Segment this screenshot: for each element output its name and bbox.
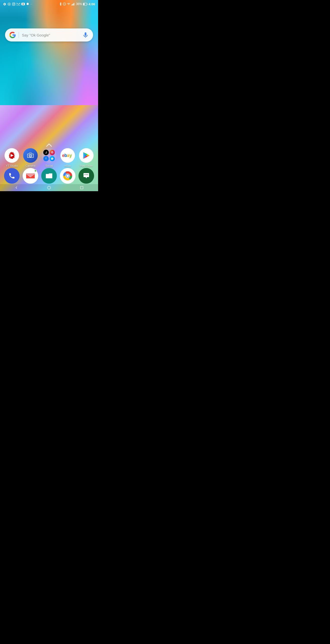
dock-phone[interactable] <box>4 168 20 184</box>
svg-rect-16 <box>83 3 85 5</box>
social-mini-facebook: f <box>43 156 49 162</box>
svg-text:y: y <box>69 153 72 158</box>
svg-rect-15 <box>87 4 88 5</box>
social-mini-tiktok <box>43 150 49 155</box>
search-bar-container[interactable]: Say "Ok Google" <box>5 28 93 42</box>
camera-icon <box>23 148 38 163</box>
apps-row: YT Studio Camera <box>0 148 98 167</box>
settings-icon <box>3 3 6 6</box>
youtube-status-icon <box>21 3 25 5</box>
chrome-icon <box>63 171 72 180</box>
nav-bar <box>0 184 98 191</box>
ebay-icon: e b a y <box>60 148 75 163</box>
gmail-icon <box>26 173 35 179</box>
svg-point-39 <box>66 175 69 177</box>
app-play-store[interactable]: Play Store <box>78 148 95 167</box>
status-bar: ·· 36% 4:06 <box>0 0 98 7</box>
ebay-svg: e b a y <box>62 152 73 159</box>
status-left-icons: ·· <box>3 3 32 6</box>
app-camera[interactable]: Camera <box>22 148 39 167</box>
camera-label: Camera <box>25 164 35 167</box>
wifi-icon <box>67 3 70 5</box>
play-store-svg <box>82 151 91 160</box>
signal-icon <box>71 3 75 6</box>
svg-text:a: a <box>67 153 69 158</box>
dock-chrome[interactable] <box>60 168 75 184</box>
svg-point-19 <box>30 155 31 156</box>
svg-point-43 <box>48 186 51 189</box>
mic-icon[interactable] <box>82 31 89 38</box>
time-display: 4:06 <box>89 2 95 6</box>
social-label: Social <box>45 164 53 167</box>
app-social[interactable]: f Social <box>40 148 58 167</box>
svg-text:e: e <box>62 153 65 158</box>
nav-home[interactable] <box>47 186 51 190</box>
nav-recents[interactable] <box>80 186 84 190</box>
phone-icon <box>8 172 15 179</box>
status-right-icons: 36% 4:06 <box>59 2 95 6</box>
social-mini-messenger <box>50 156 55 162</box>
svg-point-9 <box>68 5 69 5</box>
gmail-status-icon <box>17 3 20 6</box>
svg-rect-12 <box>73 4 73 6</box>
social-mini-instagram <box>50 150 55 155</box>
svg-rect-44 <box>80 186 83 189</box>
svg-rect-10 <box>71 5 72 6</box>
dock-gmail[interactable] <box>23 168 38 184</box>
snapchat-status-icon <box>26 3 29 6</box>
nav-back[interactable] <box>14 186 18 190</box>
svg-rect-42 <box>87 174 88 175</box>
svg-point-23 <box>53 152 53 152</box>
svg-rect-2 <box>12 3 15 6</box>
svg-rect-40 <box>85 174 85 175</box>
yt-studio-svg <box>6 150 18 161</box>
svg-point-1 <box>9 4 10 5</box>
ebay-label: eBay <box>64 164 71 167</box>
svg-point-4 <box>14 3 15 4</box>
svg-rect-41 <box>86 174 87 175</box>
chrome-status-icon <box>8 3 11 6</box>
svg-point-3 <box>13 3 14 5</box>
play-store-label: Play Store <box>80 164 93 167</box>
social-folder-icon: f <box>42 148 56 163</box>
svg-text:b: b <box>64 153 67 158</box>
google-logo <box>9 31 16 38</box>
dnd-icon <box>63 3 66 6</box>
chat-icon <box>82 172 90 180</box>
drawer-arrow[interactable] <box>46 143 52 147</box>
search-bar[interactable]: Say "Ok Google" <box>5 28 93 42</box>
yt-studio-label: YT Studio <box>6 164 18 167</box>
play-store-icon <box>79 148 94 163</box>
app-yt-studio[interactable]: YT Studio <box>3 148 20 167</box>
svg-rect-11 <box>72 4 73 6</box>
files-icon <box>45 172 53 179</box>
battery-icon <box>83 3 88 6</box>
svg-rect-13 <box>74 3 74 6</box>
dock <box>0 168 98 184</box>
dock-chat[interactable] <box>78 168 94 184</box>
app-ebay[interactable]: e b a y eBay <box>59 148 76 167</box>
search-placeholder[interactable]: Say "Ok Google" <box>22 33 82 37</box>
dock-files[interactable] <box>41 168 57 184</box>
battery-text: 36% <box>76 2 82 6</box>
gmail-notification-dot <box>34 170 37 172</box>
bluetooth-icon <box>59 2 62 6</box>
overflow-dots: ·· <box>30 3 32 6</box>
instagram-status-icon <box>12 3 15 6</box>
search-divider <box>19 32 19 38</box>
camera-svg <box>26 151 34 159</box>
yt-studio-icon <box>5 148 19 163</box>
